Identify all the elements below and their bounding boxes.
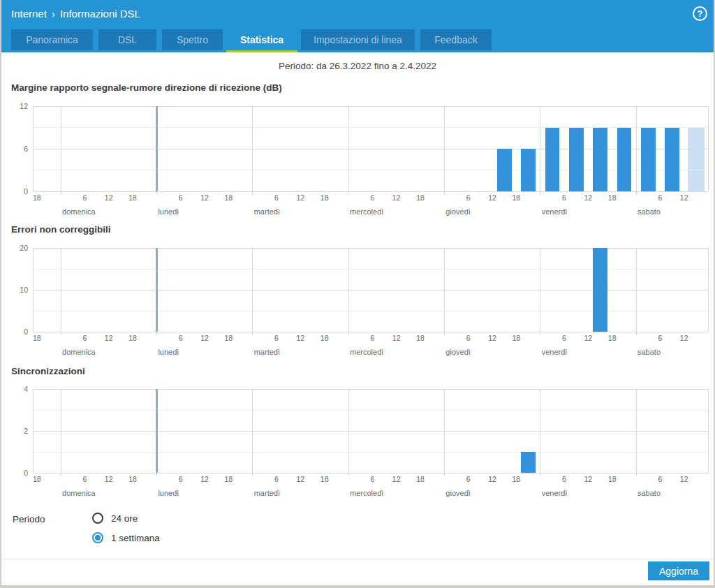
svg-text:18: 18 <box>128 475 137 483</box>
svg-text:giovedì: giovedì <box>445 207 470 216</box>
chart-bar <box>641 128 656 192</box>
svg-text:18: 18 <box>608 193 617 202</box>
svg-text:6: 6 <box>466 334 471 342</box>
tab-feedback[interactable]: Feedback <box>420 29 492 50</box>
chart-bar <box>617 128 632 192</box>
svg-text:18: 18 <box>225 193 233 202</box>
svg-text:18: 18 <box>128 193 137 202</box>
help-icon[interactable]: ? <box>693 6 707 21</box>
svg-text:0: 0 <box>24 187 28 196</box>
svg-text:2: 2 <box>24 427 28 435</box>
chart-bar <box>593 248 607 332</box>
period-option-1-settimana[interactable]: 1 settimana <box>92 532 160 543</box>
chart-2-plot: 0102018612186121861218612186121861218612… <box>1 247 715 366</box>
svg-text:venerdì: venerdì <box>542 207 568 216</box>
svg-text:12: 12 <box>680 334 688 342</box>
period-option-label: 1 settimana <box>111 533 160 543</box>
svg-text:lunedì: lunedì <box>158 207 179 216</box>
svg-text:18: 18 <box>416 334 425 342</box>
svg-text:mercoledì: mercoledì <box>350 348 383 356</box>
chart-bar <box>497 149 512 191</box>
svg-text:12: 12 <box>488 475 496 483</box>
svg-text:12: 12 <box>200 334 209 342</box>
svg-text:0: 0 <box>24 328 28 336</box>
svg-text:0: 0 <box>24 469 28 477</box>
svg-text:giovedì: giovedì <box>445 489 470 497</box>
svg-text:12: 12 <box>392 334 401 342</box>
svg-text:12: 12 <box>488 193 496 202</box>
svg-text:6: 6 <box>658 193 662 202</box>
svg-text:12: 12 <box>584 334 592 342</box>
svg-text:18: 18 <box>225 475 233 483</box>
chart-bar <box>521 149 536 191</box>
svg-text:18: 18 <box>128 334 137 342</box>
svg-text:18: 18 <box>320 475 329 483</box>
svg-text:6: 6 <box>82 334 87 342</box>
svg-text:12: 12 <box>105 334 113 342</box>
chart-bar <box>545 128 560 192</box>
svg-text:12: 12 <box>392 193 401 202</box>
svg-text:6: 6 <box>179 334 183 342</box>
svg-text:12: 12 <box>584 193 592 202</box>
tab-bar: PanoramicaDSLSpettroStatisticaImpostazio… <box>1 28 714 52</box>
svg-text:6: 6 <box>370 334 374 342</box>
svg-text:18: 18 <box>416 475 425 483</box>
radio-unselected-icon[interactable] <box>92 513 103 524</box>
chart-bar <box>593 128 607 192</box>
svg-text:12: 12 <box>200 475 209 483</box>
svg-text:6: 6 <box>274 475 279 483</box>
svg-text:18: 18 <box>608 475 617 483</box>
svg-text:18: 18 <box>513 475 521 483</box>
svg-text:12: 12 <box>297 193 305 202</box>
svg-text:6: 6 <box>274 193 279 202</box>
breadcrumb-current: Informazioni DSL <box>60 8 140 20</box>
radio-selected-icon[interactable] <box>92 532 103 543</box>
svg-text:sabato: sabato <box>637 348 661 356</box>
tab-impostazioni-di-linea[interactable]: Impostazioni di linea <box>301 29 415 50</box>
svg-text:18: 18 <box>33 475 41 483</box>
breadcrumb: Internet›Informazioni DSL <box>11 0 140 28</box>
svg-text:martedì: martedì <box>254 489 280 497</box>
svg-text:6: 6 <box>82 193 87 202</box>
svg-text:12: 12 <box>297 475 305 483</box>
svg-text:20: 20 <box>20 244 28 252</box>
tab-spettro[interactable]: Spettro <box>162 29 223 50</box>
svg-text:6: 6 <box>274 334 279 342</box>
svg-text:6: 6 <box>562 475 566 483</box>
tab-panoramica[interactable]: Panoramica <box>11 29 93 50</box>
breadcrumb-internet[interactable]: Internet <box>11 8 47 20</box>
chart-1-plot: 061218612186121861218612186121861218612d… <box>1 105 715 224</box>
period-option-label: 24 ore <box>111 513 138 524</box>
svg-text:6: 6 <box>658 475 662 483</box>
svg-text:12: 12 <box>392 475 401 483</box>
tab-statistica[interactable]: Statistica <box>226 29 297 50</box>
svg-text:domenica: domenica <box>62 489 96 497</box>
period-option-24-ore[interactable]: 24 ore <box>92 513 138 524</box>
svg-text:12: 12 <box>200 193 209 202</box>
svg-text:6: 6 <box>179 475 183 483</box>
svg-text:mercoledì: mercoledì <box>350 489 383 497</box>
svg-text:6: 6 <box>24 145 28 153</box>
chart-bar <box>521 452 536 473</box>
chart-title-1: Margine rapporto segnale-rumore direzion… <box>11 82 282 93</box>
chart-bar <box>665 128 679 192</box>
header-bar: Internet›Informazioni DSL ? <box>1 0 714 28</box>
svg-text:18: 18 <box>33 193 41 202</box>
svg-text:12: 12 <box>105 475 113 483</box>
svg-text:18: 18 <box>33 334 41 342</box>
period-control-label: Periodo <box>13 514 45 524</box>
svg-text:12: 12 <box>297 334 305 342</box>
svg-text:18: 18 <box>608 334 617 342</box>
svg-text:sabato: sabato <box>637 489 661 497</box>
tab-dsl[interactable]: DSL <box>98 29 156 50</box>
svg-text:6: 6 <box>562 193 566 202</box>
svg-text:18: 18 <box>320 334 329 342</box>
svg-text:12: 12 <box>680 475 688 483</box>
svg-text:mercoledì: mercoledì <box>350 207 383 216</box>
chart-bar <box>569 128 584 192</box>
svg-text:martedì: martedì <box>254 348 280 356</box>
svg-text:sabato: sabato <box>637 207 661 216</box>
refresh-button[interactable]: Aggiorna <box>648 561 709 580</box>
period-range-text: Periodo: da 26.3.2022 fino a 2.4.2022 <box>1 61 714 71</box>
svg-text:12: 12 <box>105 193 113 202</box>
